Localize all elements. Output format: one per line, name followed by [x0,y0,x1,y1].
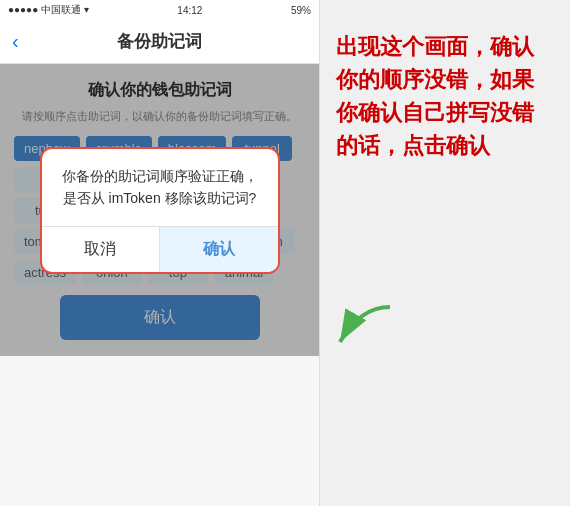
page-title: 备份助记词 [117,30,202,53]
modal-backdrop: 你备份的助记词顺序验证正确，是否从 imToken 移除该助记词? 取消 确认 [0,64,319,356]
modal-message: 你备份的助记词顺序验证正确，是否从 imToken 移除该助记词? [42,149,278,226]
nav-bar: ‹ 备份助记词 [0,20,319,64]
modal-dialog: 你备份的助记词顺序验证正确，是否从 imToken 移除该助记词? 取消 确认 [40,147,280,274]
back-button[interactable]: ‹ [12,30,19,53]
modal-confirm-button[interactable]: 确认 [160,227,278,272]
arrow-icon [330,302,400,352]
annotation-text: 出现这个画面，确认你的顺序没错，如果你确认自己拼写没错的话，点击确认 [336,30,554,162]
modal-actions: 取消 确认 [42,227,278,272]
status-bar: ●●●●● 中国联通 ▾ 14:12 59% [0,0,319,20]
annotation-panel: 出现这个画面，确认你的顺序没错，如果你确认自己拼写没错的话，点击确认 [320,0,570,506]
battery-text: 59% [291,5,311,16]
phone-frame: ●●●●● 中国联通 ▾ 14:12 59% ‹ 备份助记词 确认你的钱包助记词… [0,0,320,506]
content-area: 确认你的钱包助记词 请按顺序点击助记词，以确认你的备份助记词填写正确。 neph… [0,64,319,356]
status-time: 14:12 [177,5,202,16]
carrier-text: ●●●●● 中国联通 ▾ [8,3,89,17]
arrow-container [330,302,400,356]
modal-cancel-button[interactable]: 取消 [42,227,161,272]
status-left: ●●●●● 中国联通 ▾ [8,3,89,17]
status-right: 59% [291,5,311,16]
